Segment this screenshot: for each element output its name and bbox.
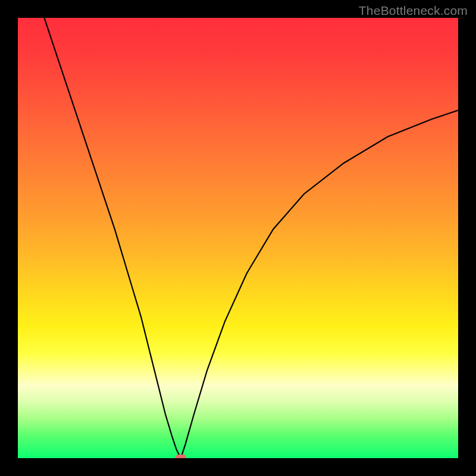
watermark-text: TheBottleneck.com <box>359 4 468 18</box>
chart-frame: TheBottleneck.com <box>0 0 476 476</box>
curve-path <box>44 18 458 458</box>
bottleneck-curve <box>18 18 458 458</box>
minimum-marker <box>176 455 186 458</box>
plot-area <box>18 18 458 458</box>
